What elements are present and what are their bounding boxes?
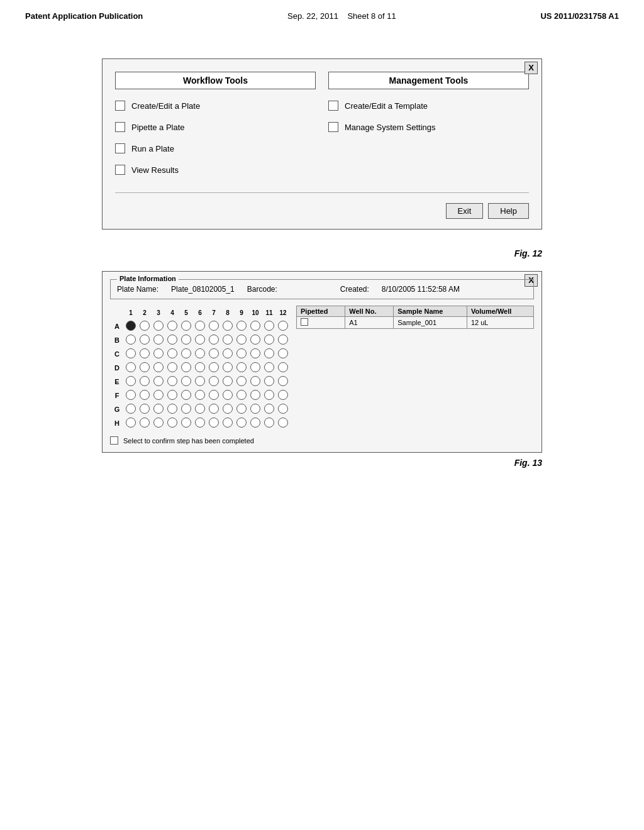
grid-well-cell[interactable] (221, 361, 235, 375)
well-empty[interactable] (167, 418, 177, 428)
well-empty[interactable] (126, 376, 136, 386)
well-empty[interactable] (236, 335, 247, 345)
well-empty[interactable] (153, 390, 164, 400)
workflow-run-plate-item[interactable]: Run a Plate (115, 143, 316, 153)
well-empty[interactable] (250, 321, 260, 331)
grid-well-cell[interactable] (138, 375, 152, 389)
well-empty[interactable] (181, 418, 191, 428)
well-empty[interactable] (167, 404, 177, 414)
well-empty[interactable] (250, 362, 260, 372)
well-empty[interactable] (236, 418, 247, 428)
grid-well-cell[interactable] (152, 416, 165, 430)
grid-well-cell[interactable] (165, 319, 179, 333)
well-empty[interactable] (264, 418, 274, 428)
grid-well-cell[interactable] (193, 347, 207, 361)
workflow-create-edit-checkbox[interactable] (115, 101, 125, 111)
grid-well-cell[interactable] (248, 347, 262, 361)
well-empty[interactable] (153, 376, 164, 386)
grid-well-cell[interactable] (207, 375, 221, 389)
grid-well-cell[interactable] (165, 347, 179, 361)
grid-well-cell[interactable] (124, 361, 138, 375)
well-empty[interactable] (126, 362, 136, 372)
help-button[interactable]: Help (488, 203, 529, 219)
well-empty[interactable] (264, 321, 274, 331)
grid-well-cell[interactable] (276, 416, 290, 430)
workflow-pipette-plate-item[interactable]: Pipette a Plate (115, 122, 316, 132)
grid-well-cell[interactable] (262, 347, 276, 361)
grid-well-cell[interactable] (179, 319, 193, 333)
grid-well-cell[interactable] (207, 389, 221, 402)
well-empty[interactable] (167, 348, 177, 358)
grid-well-cell[interactable] (179, 347, 193, 361)
grid-well-cell[interactable] (276, 347, 290, 361)
pipetted-checkbox[interactable] (301, 318, 308, 326)
well-empty[interactable] (126, 335, 136, 345)
well-empty[interactable] (181, 362, 191, 372)
well-empty[interactable] (140, 390, 150, 400)
grid-well-cell[interactable] (235, 389, 248, 402)
grid-well-cell[interactable] (124, 375, 138, 389)
well-empty[interactable] (250, 376, 260, 386)
well-empty[interactable] (153, 418, 164, 428)
grid-well-cell[interactable] (262, 333, 276, 347)
well-empty[interactable] (264, 362, 274, 372)
grid-well-cell[interactable] (221, 402, 235, 416)
well-empty[interactable] (250, 418, 260, 428)
grid-well-cell[interactable] (179, 361, 193, 375)
well-empty[interactable] (153, 362, 164, 372)
well-empty[interactable] (223, 321, 233, 331)
well-empty[interactable] (264, 376, 274, 386)
grid-well-cell[interactable] (262, 402, 276, 416)
well-empty[interactable] (223, 376, 233, 386)
grid-well-cell[interactable] (262, 416, 276, 430)
grid-well-cell[interactable] (152, 347, 165, 361)
exit-button[interactable]: Exit (446, 203, 484, 219)
well-empty[interactable] (140, 404, 150, 414)
grid-well-cell[interactable] (193, 375, 207, 389)
well-empty[interactable] (181, 321, 191, 331)
well-empty[interactable] (181, 390, 191, 400)
well-empty[interactable] (250, 404, 260, 414)
well-empty[interactable] (278, 348, 288, 358)
grid-well-cell[interactable] (165, 333, 179, 347)
grid-well-cell[interactable] (235, 361, 248, 375)
grid-well-cell[interactable] (262, 361, 276, 375)
well-empty[interactable] (278, 376, 288, 386)
well-empty[interactable] (223, 404, 233, 414)
well-empty[interactable] (195, 335, 205, 345)
grid-well-cell[interactable] (152, 333, 165, 347)
well-empty[interactable] (236, 376, 247, 386)
management-create-template-checkbox[interactable] (328, 101, 338, 111)
grid-well-cell[interactable] (138, 347, 152, 361)
well-empty[interactable] (223, 390, 233, 400)
grid-well-cell[interactable] (248, 402, 262, 416)
grid-well-cell[interactable] (179, 402, 193, 416)
grid-well-cell[interactable] (138, 402, 152, 416)
grid-well-cell[interactable] (276, 361, 290, 375)
grid-well-cell[interactable] (235, 375, 248, 389)
grid-well-cell[interactable] (262, 375, 276, 389)
well-empty[interactable] (236, 404, 247, 414)
well-empty[interactable] (264, 348, 274, 358)
grid-well-cell[interactable] (124, 333, 138, 347)
grid-well-cell[interactable] (221, 333, 235, 347)
well-empty[interactable] (278, 335, 288, 345)
grid-well-cell[interactable] (207, 361, 221, 375)
well-empty[interactable] (223, 335, 233, 345)
grid-well-cell[interactable] (207, 416, 221, 430)
workflow-run-checkbox[interactable] (115, 143, 125, 153)
grid-well-cell[interactable] (193, 389, 207, 402)
well-empty[interactable] (167, 390, 177, 400)
grid-well-cell[interactable] (235, 319, 248, 333)
well-empty[interactable] (250, 390, 260, 400)
well-empty[interactable] (195, 418, 205, 428)
well-empty[interactable] (223, 348, 233, 358)
grid-well-cell[interactable] (138, 389, 152, 402)
grid-well-cell[interactable] (193, 333, 207, 347)
well-empty[interactable] (126, 348, 136, 358)
well-empty[interactable] (126, 418, 136, 428)
well-empty[interactable] (209, 362, 219, 372)
grid-well-cell[interactable] (221, 347, 235, 361)
well-empty[interactable] (181, 404, 191, 414)
well-empty[interactable] (278, 362, 288, 372)
